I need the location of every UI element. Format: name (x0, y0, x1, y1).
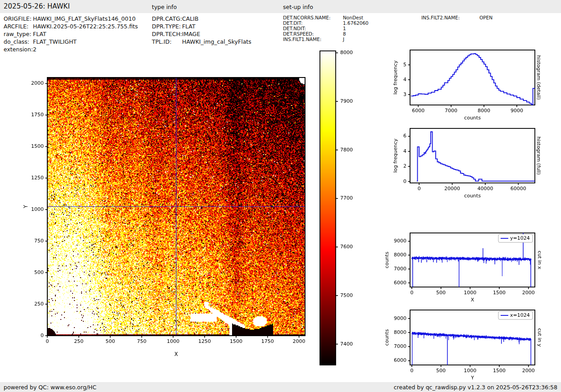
meta-value: FLAT (182, 23, 196, 30)
page-title: 2025-05-26: HAWKI (4, 2, 70, 10)
meta-value: NonDest (343, 15, 363, 20)
meta-value: HAWKI_img_cal_SkyFlats (182, 38, 251, 46)
meta-row: DPR.TYPE:FLAT (152, 23, 251, 30)
meta-row: do_class:FLAT_TWILIGHT (4, 38, 138, 46)
meta-value: CALIB (182, 15, 199, 23)
meta-value: FLAT_TWILIGHT (33, 38, 77, 46)
type-info-heading: type info (152, 4, 177, 10)
meta-label: extension: (4, 46, 33, 53)
meta-label: ARCFILE: (4, 23, 33, 30)
header-bar (0, 0, 561, 13)
meta-row: DET.NDIT:1 (283, 26, 369, 31)
meta-label: DPR.TECH: (152, 30, 182, 38)
colorbar-canvas (315, 45, 367, 372)
meta-row: DPR.CATG:CALIB (152, 15, 251, 23)
type-info-list: DPR.CATG:CALIBDPR.TYPE:FLATDPR.TECH:IMAG… (152, 15, 251, 46)
meta-row: raw_type:FLAT (4, 30, 138, 38)
meta-row: INS.FILT1.NAME:J (283, 36, 369, 42)
histogram-detail-canvas (381, 42, 561, 127)
meta-value: 8 (343, 31, 346, 36)
meta-label: TPL.ID: (152, 38, 182, 46)
meta-row: TPL.ID:HAWKI_img_cal_SkyFlats (152, 38, 251, 46)
meta-row: INS.FILT2.NAME:OPEN (421, 15, 493, 20)
footer-left-text: powered by QC: www.eso.org/HC (4, 384, 96, 391)
cut-in-x-plot (381, 225, 561, 312)
meta-value: 1.6762060 (343, 20, 369, 26)
setup-info-list-col2: INS.FILT2.NAME:OPEN (421, 15, 493, 20)
footer-right-text: created by qc_rawdisp.py v1.2.3 on 2025-… (394, 384, 557, 391)
meta-label: INS.FILT1.NAME: (283, 36, 343, 42)
colorbar (315, 45, 367, 372)
meta-value: 1 (343, 26, 346, 31)
cut-in-y-canvas (381, 302, 561, 389)
meta-row: DET.RSPEED:8 (283, 31, 369, 36)
meta-value: 2 (33, 46, 36, 53)
flat-field-image-canvas (14, 63, 316, 366)
flat-field-image-plot (14, 63, 316, 366)
meta-label: raw_type: (4, 30, 33, 38)
meta-label: INS.FILT2.NAME: (421, 15, 479, 20)
histogram-detail-plot (381, 42, 561, 127)
setup-info-heading: set-up info (283, 4, 313, 10)
meta-row: DET.NCORRS.NAME:NonDest (283, 15, 369, 20)
meta-value: HAWKI_IMG_FLAT_SkyFlats146_0010 (33, 15, 136, 23)
histogram-full-plot (381, 121, 561, 205)
meta-label: ORIGFILE: (4, 15, 33, 23)
qc-report-page: 2025-05-26: HAWKI type info set-up info … (0, 0, 561, 392)
meta-label: DET.NCORRS.NAME: (283, 15, 343, 20)
meta-label: DPR.CATG: (152, 15, 182, 23)
meta-row: ARCFILE:HAWKI.2025-05-26T22:25:25.755.fi… (4, 23, 138, 30)
histogram-full-canvas (381, 121, 561, 205)
meta-label: DET.RSPEED: (283, 31, 343, 36)
meta-label: DET.DIT: (283, 20, 343, 26)
meta-label: do_class: (4, 38, 33, 46)
meta-label: DPR.TYPE: (152, 23, 182, 30)
meta-value: OPEN (479, 15, 493, 20)
setup-info-list-col1: DET.NCORRS.NAME:NonDestDET.DIT:1.6762060… (283, 15, 369, 42)
meta-row: extension:2 (4, 46, 138, 53)
cut-in-x-canvas (381, 225, 561, 312)
meta-value: FLAT (33, 30, 46, 38)
meta-value: HAWKI.2025-05-26T22:25:25.755.fits (33, 23, 138, 30)
meta-value: J (343, 36, 344, 42)
file-info-list: ORIGFILE:HAWKI_IMG_FLAT_SkyFlats146_0010… (4, 15, 138, 53)
meta-row: ORIGFILE:HAWKI_IMG_FLAT_SkyFlats146_0010 (4, 15, 138, 23)
meta-label: DET.NDIT: (283, 26, 343, 31)
meta-row: DET.DIT:1.6762060 (283, 20, 369, 26)
footer-bar: powered by QC: www.eso.org/HC created by… (0, 382, 561, 392)
meta-row: DPR.TECH:IMAGE (152, 30, 251, 38)
meta-value: IMAGE (182, 30, 200, 38)
cut-in-y-plot (381, 302, 561, 389)
